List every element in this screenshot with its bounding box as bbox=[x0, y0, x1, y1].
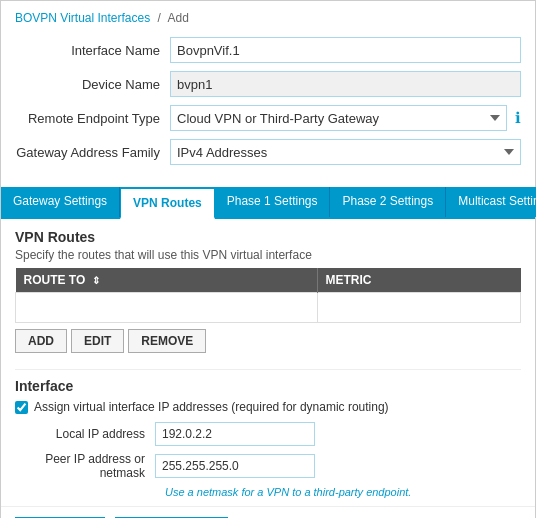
gateway-address-label: Gateway Address Family bbox=[15, 145, 170, 160]
sort-arrows-icon: ⇕ bbox=[92, 275, 100, 286]
local-ip-input[interactable] bbox=[155, 422, 315, 446]
device-name-row: Device Name bbox=[15, 71, 521, 97]
footer-buttons: SAVE CANCEL bbox=[1, 506, 535, 518]
table-row-empty bbox=[16, 293, 521, 323]
gateway-address-select-wrap: IPv4 Addresses bbox=[170, 139, 521, 165]
local-ip-row: Local IP address bbox=[15, 422, 521, 446]
interface-section: Interface Assign virtual interface IP ad… bbox=[1, 363, 535, 498]
gateway-address-select[interactable]: IPv4 Addresses bbox=[170, 139, 521, 165]
tab-phase1-settings[interactable]: Phase 1 Settings bbox=[215, 187, 331, 217]
remote-endpoint-row: Remote Endpoint Type Cloud VPN or Third-… bbox=[15, 105, 521, 131]
edit-button[interactable]: EDIT bbox=[71, 329, 124, 353]
gateway-address-row: Gateway Address Family IPv4 Addresses bbox=[15, 139, 521, 165]
hint-text: Use a netmask for a VPN to a third-party… bbox=[15, 486, 521, 498]
local-ip-label: Local IP address bbox=[15, 427, 155, 441]
vpn-routes-section: VPN Routes Specify the routes that will … bbox=[1, 219, 535, 353]
tab-vpn-routes[interactable]: VPN Routes bbox=[120, 187, 215, 219]
vpn-routes-desc: Specify the routes that will use this VP… bbox=[15, 248, 521, 262]
form-area: Interface Name Device Name Remote Endpoi… bbox=[1, 31, 535, 183]
interface-name-input[interactable] bbox=[170, 37, 521, 63]
assign-ip-label: Assign virtual interface IP addresses (r… bbox=[34, 400, 389, 414]
breadcrumb-parent[interactable]: BOVPN Virtual Interfaces bbox=[15, 11, 150, 25]
col-metric: METRIC bbox=[317, 268, 520, 293]
device-name-label: Device Name bbox=[15, 77, 170, 92]
peer-ip-input[interactable] bbox=[155, 454, 315, 478]
assign-ip-checkbox[interactable] bbox=[15, 401, 28, 414]
interface-name-label: Interface Name bbox=[15, 43, 170, 58]
remote-endpoint-label: Remote Endpoint Type bbox=[15, 111, 170, 126]
peer-ip-label: Peer IP address or netmask bbox=[15, 452, 155, 480]
vpn-routes-title: VPN Routes bbox=[15, 229, 521, 245]
breadcrumb-current: Add bbox=[168, 11, 189, 25]
tab-phase2-settings[interactable]: Phase 2 Settings bbox=[330, 187, 446, 217]
routes-table: ROUTE TO ⇕ METRIC bbox=[15, 268, 521, 323]
breadcrumb-separator: / bbox=[158, 11, 161, 25]
info-icon[interactable]: ℹ bbox=[515, 109, 521, 127]
interface-name-row: Interface Name bbox=[15, 37, 521, 63]
col-route-to[interactable]: ROUTE TO ⇕ bbox=[16, 268, 318, 293]
remote-endpoint-select[interactable]: Cloud VPN or Third-Party Gateway bbox=[170, 105, 507, 131]
interface-title: Interface bbox=[15, 369, 521, 394]
remote-endpoint-select-wrap: Cloud VPN or Third-Party Gateway ℹ bbox=[170, 105, 521, 131]
tab-multicast-settings[interactable]: Multicast Settings bbox=[446, 187, 536, 217]
tabs-bar: Gateway Settings VPN Routes Phase 1 Sett… bbox=[1, 187, 535, 219]
breadcrumb: BOVPN Virtual Interfaces / Add bbox=[1, 1, 535, 31]
page-wrapper: BOVPN Virtual Interfaces / Add Interface… bbox=[0, 0, 536, 518]
add-button[interactable]: ADD bbox=[15, 329, 67, 353]
action-buttons: ADD EDIT REMOVE bbox=[15, 329, 521, 353]
remove-button[interactable]: REMOVE bbox=[128, 329, 206, 353]
device-name-input[interactable] bbox=[170, 71, 521, 97]
tab-gateway-settings[interactable]: Gateway Settings bbox=[1, 187, 120, 217]
checkbox-row: Assign virtual interface IP addresses (r… bbox=[15, 400, 521, 414]
peer-ip-row: Peer IP address or netmask bbox=[15, 452, 521, 480]
